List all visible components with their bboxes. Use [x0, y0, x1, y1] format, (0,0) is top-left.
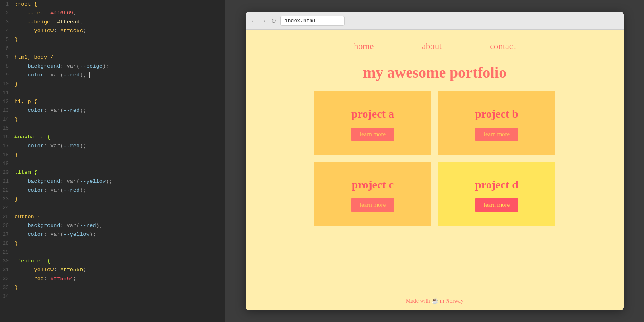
project-card-d: project d learn more — [438, 162, 555, 226]
back-button[interactable]: ← — [251, 18, 257, 24]
project-name-c: project c — [352, 178, 394, 191]
code-line-21: 21 background: var(--yellow); — [0, 177, 225, 186]
portfolio-footer: Made with ☕ in Norway — [406, 290, 464, 310]
browser-panel: ← → ↻ index.html home about contact my a… — [225, 0, 644, 322]
nav-home[interactable]: home — [354, 41, 374, 52]
code-line-29: 29 — [0, 248, 225, 257]
code-line-14: 14 } — [0, 115, 225, 124]
code-line-30: 30 .featured { — [0, 257, 225, 266]
code-line-26: 26 background: var(--red); — [0, 221, 225, 230]
code-line-25: 25 button { — [0, 213, 225, 221]
code-line-2: 2 --red: #ff6f69; — [0, 9, 225, 18]
code-line-16: 16 #navbar a { — [0, 133, 225, 142]
code-line-7: 7 html, body { — [0, 53, 225, 62]
code-line-20: 20 .item { — [0, 168, 225, 177]
code-line-22: 22 color: var(--red); — [0, 186, 225, 195]
code-line-24: 24 — [0, 204, 225, 213]
code-line-11: 11 — [0, 89, 225, 97]
code-line-3: 3 --beige: #ffeead; — [0, 18, 225, 27]
project-name-a: project a — [351, 107, 394, 120]
nav-contact[interactable]: contact — [490, 41, 516, 52]
learn-more-button-c[interactable]: learn more — [351, 198, 395, 212]
project-name-b: project b — [475, 107, 518, 120]
code-line-28: 28 } — [0, 239, 225, 248]
code-line-15: 15 — [0, 124, 225, 133]
code-line-34: 34 — [0, 292, 225, 301]
code-line-1: 1 :root { — [0, 0, 225, 9]
code-line-31: 31 --yellow: #ffe55b; — [0, 266, 225, 275]
learn-more-button-a[interactable]: learn more — [351, 128, 395, 141]
forward-button[interactable]: → — [261, 18, 266, 24]
portfolio-title: my awesome portfolio — [363, 64, 507, 81]
project-name-d: project d — [475, 178, 518, 191]
code-line-6: 6 — [0, 44, 225, 53]
nav-about[interactable]: about — [422, 41, 442, 52]
code-line-8: 8 background: var(--beige); — [0, 62, 225, 71]
code-line-4: 4 --yellow: #ffcc5c; — [0, 27, 225, 35]
project-card-b: project b learn more — [438, 91, 555, 155]
url-bar[interactable]: index.html — [280, 16, 345, 26]
refresh-button[interactable]: ↻ — [270, 18, 276, 24]
code-line-12: 12 h1, p { — [0, 97, 225, 106]
code-line-17: 17 color: var(--red); — [0, 142, 225, 151]
code-line-27: 27 color: var(--yellow); — [0, 230, 225, 239]
projects-grid: project a learn more project b learn mor… — [294, 91, 576, 226]
project-card-a: project a learn more — [314, 91, 431, 155]
portfolio-nav: home about contact — [246, 30, 624, 60]
browser-window: ← → ↻ index.html home about contact my a… — [246, 12, 624, 310]
code-line-33: 33 } — [0, 283, 225, 292]
code-line-18: 18 } — [0, 151, 225, 159]
code-line-13: 13 color: var(--red); — [0, 106, 225, 115]
browser-toolbar: ← → ↻ index.html — [246, 12, 624, 30]
code-line-23: 23 } — [0, 195, 225, 204]
portfolio-page: home about contact my awesome portfolio … — [246, 30, 624, 310]
code-line-32: 32 --red: #ff5564; — [0, 275, 225, 283]
code-line-10: 10 } — [0, 80, 225, 89]
code-editor-panel: 1 :root { 2 --red: #ff6f69; 3 --beige: #… — [0, 0, 225, 322]
code-line-19: 19 — [0, 159, 225, 168]
learn-more-button-d[interactable]: learn more — [475, 198, 519, 212]
project-card-c: project c learn more — [314, 162, 431, 226]
learn-more-button-b[interactable]: learn more — [475, 128, 519, 141]
code-line-9: 9 color: var(--red); — [0, 71, 225, 80]
code-line-5: 5 } — [0, 35, 225, 44]
